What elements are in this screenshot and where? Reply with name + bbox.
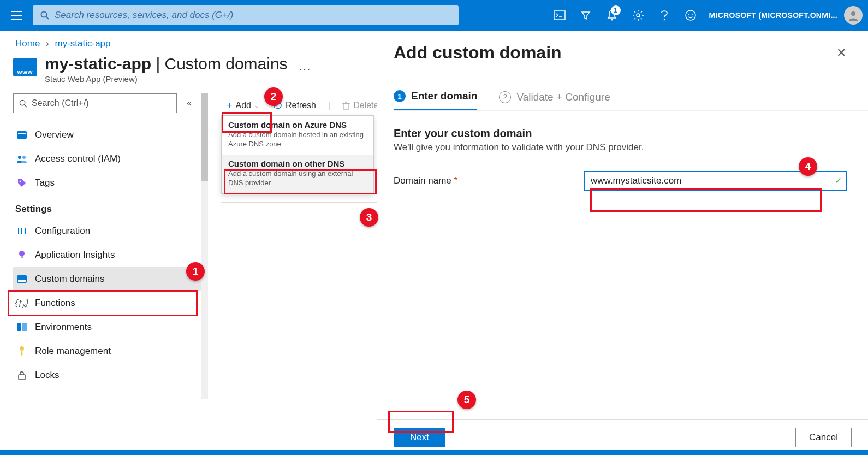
svg-rect-27	[18, 280, 26, 282]
svg-rect-25	[21, 256, 23, 258]
add-button[interactable]: + Add ⌄	[221, 98, 265, 114]
breadcrumb-home[interactable]: Home	[15, 38, 40, 49]
top-bar: Search resources, services, and docs (G+…	[0, 0, 868, 31]
svg-point-20	[20, 181, 21, 182]
global-search-input[interactable]: Search resources, services, and docs (G+…	[33, 5, 459, 25]
sidebar-item-functions[interactable]: {ƒx} Functions	[13, 291, 207, 315]
next-button[interactable]: Next	[394, 428, 445, 447]
lightbulb-icon	[15, 250, 28, 260]
sidebar-item-tags[interactable]: Tags	[13, 171, 207, 195]
lock-icon	[15, 370, 28, 380]
cloud-shell-icon[interactable]	[548, 3, 572, 27]
collapse-sidebar-icon[interactable]: «	[187, 98, 192, 108]
add-dropdown-menu: Custom domain on Azure DNS Add a custom …	[221, 115, 374, 194]
svg-rect-29	[22, 323, 27, 331]
hamburger-menu-icon[interactable]	[5, 4, 27, 26]
svg-rect-21	[18, 228, 19, 234]
svg-rect-32	[21, 353, 23, 354]
static-web-app-icon: www	[13, 58, 37, 76]
step-enter-domain[interactable]: 1 Enter domain	[394, 90, 477, 110]
people-icon	[15, 155, 28, 163]
sidebar: Search (Ctrl+/) « Overview Access contro…	[0, 93, 207, 387]
chevron-down-icon: ⌄	[254, 102, 259, 109]
search-icon	[19, 99, 27, 108]
notification-badge: 1	[611, 5, 621, 15]
account-label[interactable]: MICROSOFT (MICROSOFT.ONMI...	[709, 11, 838, 20]
sidebar-item-overview[interactable]: Overview	[13, 123, 207, 147]
svg-point-9	[663, 19, 665, 21]
svg-line-15	[25, 104, 27, 107]
svg-point-3	[41, 12, 47, 17]
bottom-strip	[0, 450, 868, 455]
avatar[interactable]	[844, 6, 863, 25]
checkmark-icon: ✓	[835, 175, 842, 186]
section-description: We'll give you information to validate w…	[394, 142, 846, 153]
sidebar-item-role-management[interactable]: Role management	[13, 339, 207, 363]
scrollbar-thumb[interactable]	[201, 93, 208, 181]
refresh-button[interactable]: Refresh	[268, 98, 322, 113]
sidebar-item-app-insights[interactable]: Application Insights	[13, 243, 207, 267]
sidebar-item-custom-domains[interactable]: Custom domains	[13, 267, 207, 291]
svg-point-19	[22, 156, 26, 159]
function-icon: {ƒx}	[15, 298, 28, 309]
svg-rect-5	[554, 11, 565, 20]
sidebar-item-access-control[interactable]: Access control (IAM)	[13, 147, 207, 171]
svg-point-18	[18, 156, 21, 159]
svg-rect-28	[17, 323, 21, 331]
chevron-right-icon: ›	[46, 38, 49, 49]
breadcrumb-current[interactable]: my-static-app	[55, 38, 111, 49]
svg-point-13	[851, 11, 855, 16]
settings-gear-icon[interactable]	[626, 3, 650, 27]
svg-rect-22	[21, 228, 22, 234]
svg-rect-16	[17, 131, 27, 139]
sidebar-item-environments[interactable]: Environments	[13, 315, 207, 339]
more-actions-icon[interactable]: ⋯	[299, 62, 311, 76]
svg-point-11	[688, 14, 689, 15]
svg-point-30	[20, 346, 24, 351]
domain-name-label: Domain name *	[394, 175, 585, 186]
svg-point-12	[692, 14, 693, 15]
close-icon[interactable]: ✕	[836, 46, 846, 60]
wizard-steps: 1 Enter domain 2 Validate + Configure	[394, 90, 868, 111]
svg-point-10	[686, 10, 695, 20]
svg-point-24	[19, 251, 25, 256]
notifications-icon[interactable]: 1	[600, 3, 624, 27]
dropdown-item-other-dns[interactable]: Custom domain on other DNS Add a custom …	[222, 155, 373, 193]
svg-point-7	[611, 19, 613, 21]
environments-icon	[15, 323, 28, 331]
svg-point-8	[637, 14, 640, 17]
filter-icon[interactable]	[574, 3, 598, 27]
svg-rect-31	[21, 350, 22, 356]
panel-title: Add custom domain	[394, 43, 562, 63]
svg-rect-33	[19, 375, 25, 380]
domain-name-input[interactable]	[585, 172, 846, 190]
key-icon	[15, 346, 28, 357]
tag-icon	[15, 178, 28, 188]
domain-icon	[15, 275, 28, 283]
feedback-smiley-icon[interactable]	[679, 3, 703, 27]
svg-rect-0	[11, 11, 22, 12]
sidebar-item-locks[interactable]: Locks	[13, 363, 207, 387]
page-subtitle: Static Web App (Preview)	[45, 74, 288, 84]
help-icon[interactable]	[652, 3, 676, 27]
sliders-icon	[15, 227, 28, 235]
step-validate-configure[interactable]: 2 Validate + Configure	[499, 90, 610, 110]
search-icon	[40, 11, 49, 20]
page-title: my-static-app | Custom domains	[45, 55, 288, 73]
svg-rect-23	[25, 228, 26, 234]
overview-icon	[15, 131, 28, 139]
dropdown-item-azure-dns[interactable]: Custom domain on Azure DNS Add a custom …	[222, 116, 373, 155]
add-custom-domain-panel: Add custom domain ✕ 1 Enter domain 2 Val…	[377, 31, 868, 455]
cancel-button[interactable]: Cancel	[795, 428, 852, 447]
svg-rect-34	[343, 103, 349, 109]
trash-icon	[342, 101, 350, 110]
sidebar-item-configuration[interactable]: Configuration	[13, 219, 207, 243]
svg-rect-17	[18, 133, 26, 134]
svg-point-14	[20, 100, 25, 105]
plus-icon: +	[227, 100, 233, 111]
section-title: Enter your custom domain	[394, 127, 846, 140]
sidebar-section-settings: Settings	[15, 204, 207, 215]
svg-rect-2	[11, 19, 22, 20]
svg-rect-1	[11, 15, 22, 16]
sidebar-search-input[interactable]: Search (Ctrl+/)	[13, 93, 177, 113]
